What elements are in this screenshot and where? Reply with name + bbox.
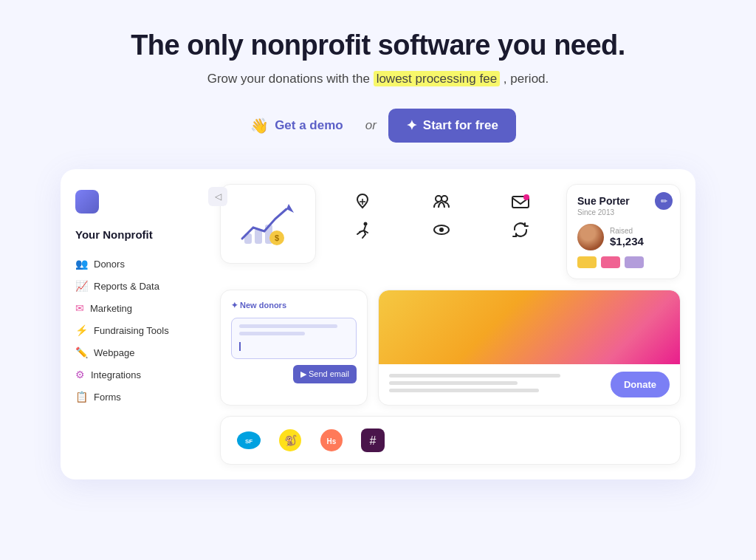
dashboard-card: Your Nonprofit 👥 Donors 📈 Reports & Data… xyxy=(61,169,695,479)
visual-gradient xyxy=(379,290,680,364)
svg-rect-2 xyxy=(255,229,262,244)
wave-icon: 👋 xyxy=(250,117,269,134)
feature-icons-grid xyxy=(326,184,556,247)
sidebar-label-forms: Forms xyxy=(94,392,121,403)
integrations-card: SF 🐒 Hs # xyxy=(220,416,681,465)
svg-point-10 xyxy=(363,222,367,226)
sidebar-item-fundraising[interactable]: ⚡ Fundraising Tools xyxy=(75,319,208,341)
svg-point-12 xyxy=(439,228,444,232)
fundraising-icon: ⚡ xyxy=(75,324,88,336)
cta-row: 👋 Get a demo or ✦ Start for free xyxy=(240,109,516,143)
team-icon[interactable] xyxy=(405,191,477,212)
marketing-icon: ✉ xyxy=(75,302,84,314)
webpage-icon: ✏️ xyxy=(75,346,88,358)
sidebar-label-fundraising: Fundraising Tools xyxy=(94,325,169,336)
svg-text:🐒: 🐒 xyxy=(284,434,298,447)
sidebar-label-reports: Reports & Data xyxy=(94,281,159,292)
demo-label: Get a demo xyxy=(275,118,343,133)
page-headline: The only nonprofit software you need. xyxy=(131,30,625,61)
svg-text:Hs: Hs xyxy=(327,437,337,445)
sidebar-item-webpage[interactable]: ✏️ Webpage xyxy=(75,341,208,363)
svg-text:#: # xyxy=(370,434,377,447)
svg-rect-1 xyxy=(244,233,252,244)
hubspot-logo[interactable]: Hs xyxy=(318,427,345,454)
svg-text:$: $ xyxy=(275,233,279,242)
mailchimp-logo[interactable]: 🐒 xyxy=(277,427,303,454)
eye-icon[interactable] xyxy=(405,219,477,240)
run-icon[interactable] xyxy=(326,219,398,240)
svg-text:SF: SF xyxy=(245,438,252,445)
sidebar-label-webpage: Webpage xyxy=(94,347,134,358)
page-subheadline: Grow your donations with the lowest proc… xyxy=(207,72,549,86)
tag-gold xyxy=(577,256,597,268)
sidebar-item-donors[interactable]: 👥 Donors xyxy=(75,253,208,275)
new-donors-label: ✦ New donors xyxy=(231,301,357,310)
input-line-2 xyxy=(239,332,305,335)
subheadline-after: , period. xyxy=(504,72,549,86)
donors-icon: 👥 xyxy=(75,258,88,270)
star-icon: ✦ xyxy=(406,117,417,134)
sidebar-label-integrations: Integrations xyxy=(91,369,141,380)
profile-row: Raised $1,234 xyxy=(577,224,670,250)
sidebar-item-integrations[interactable]: ⚙ Integrations xyxy=(75,363,208,386)
top-row: $ xyxy=(220,184,681,279)
svg-point-7 xyxy=(441,196,447,202)
salesforce-logo[interactable]: SF xyxy=(236,427,262,454)
profile-card: ✏ Sue Porter Since 2013 Raised $1,234 xyxy=(566,184,681,279)
avatar xyxy=(577,224,604,250)
donation-icon[interactable] xyxy=(326,191,398,212)
sidebar-item-marketing[interactable]: ✉ Marketing xyxy=(75,297,208,319)
sidebar-item-forms[interactable]: 📋 Forms xyxy=(75,386,208,408)
progress-bar-2 xyxy=(389,381,518,385)
sidebar: Your Nonprofit 👥 Donors 📈 Reports & Data… xyxy=(75,184,208,465)
sidebar-org-name: Your Nonprofit xyxy=(75,228,208,241)
sidebar-label-donors: Donors xyxy=(94,259,125,270)
profile-tags xyxy=(577,256,670,268)
tag-pink xyxy=(601,256,620,268)
sidebar-item-reports[interactable]: 📈 Reports & Data xyxy=(75,275,208,297)
sidebar-collapse-button[interactable]: ◁ xyxy=(208,187,227,206)
main-content: $ xyxy=(220,184,681,465)
raised-amount: $1,234 xyxy=(610,235,644,247)
donate-section: Donate xyxy=(379,364,680,405)
email-input-field[interactable] xyxy=(231,318,357,359)
send-email-button[interactable]: ▶ Send email xyxy=(293,365,357,383)
new-donors-card: ✦ New donors ▶ Send email xyxy=(220,290,368,406)
sync-icon[interactable] xyxy=(484,219,556,240)
slack-logo[interactable]: # xyxy=(360,427,386,454)
svg-point-6 xyxy=(436,196,441,202)
get-demo-button[interactable]: 👋 Get a demo xyxy=(240,109,354,142)
donate-button[interactable]: Donate xyxy=(611,372,670,397)
progress-bar-1 xyxy=(389,374,560,378)
input-line-1 xyxy=(239,324,337,328)
forms-icon: 📋 xyxy=(75,391,88,403)
start-free-button[interactable]: ✦ Start for free xyxy=(388,109,516,143)
svg-marker-0 xyxy=(286,204,294,213)
or-text: or xyxy=(365,118,377,133)
progress-bar-3 xyxy=(389,389,539,392)
subheadline-highlight: lowest processing fee xyxy=(374,71,500,86)
raised-label: Raised xyxy=(610,227,644,235)
subheadline-before: Grow your donations with the xyxy=(207,72,374,86)
integrations-icon: ⚙ xyxy=(75,369,85,380)
sidebar-logo xyxy=(75,190,99,214)
middle-row: ✦ New donors ▶ Send email Dona xyxy=(220,290,681,406)
progress-lines xyxy=(389,374,603,396)
sidebar-label-marketing: Marketing xyxy=(90,303,132,314)
cursor xyxy=(239,342,241,351)
profile-since: Since 2013 xyxy=(577,208,670,216)
svg-point-9 xyxy=(523,194,529,200)
tag-purple xyxy=(625,256,644,268)
chart-card: $ xyxy=(220,184,316,264)
profile-edit-button[interactable]: ✏ xyxy=(655,192,673,210)
visual-card: Donate xyxy=(378,290,681,406)
free-label: Start for free xyxy=(423,118,498,133)
reports-icon: 📈 xyxy=(75,280,88,292)
email-icon[interactable] xyxy=(484,191,556,212)
analytics-chart: $ xyxy=(238,198,298,250)
